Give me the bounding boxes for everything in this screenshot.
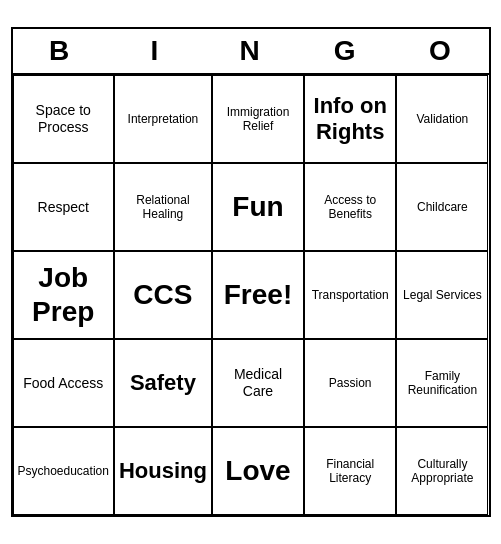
cell-text-4: Validation <box>416 112 468 126</box>
bingo-cell-1: Interpretation <box>114 75 212 163</box>
bingo-cell-13: Transportation <box>304 251 396 339</box>
bingo-cell-8: Access to Benefits <box>304 163 396 251</box>
bingo-cell-15: Food Access <box>13 339 114 427</box>
bingo-cell-16: Safety <box>114 339 212 427</box>
bingo-cell-23: Financial Literacy <box>304 427 396 515</box>
bingo-cell-4: Validation <box>396 75 488 163</box>
cell-text-3: Info on Rights <box>309 93 391 146</box>
bingo-cell-10: Job Prep <box>13 251 114 339</box>
bingo-header: BINGO <box>13 29 489 75</box>
cell-text-16: Safety <box>130 370 196 396</box>
bingo-cell-6: Relational Healing <box>114 163 212 251</box>
bingo-cell-3: Info on Rights <box>304 75 396 163</box>
cell-text-14: Legal Services <box>403 288 482 302</box>
cell-text-2: Immigration Relief <box>217 105 299 134</box>
header-letter-B: B <box>13 29 108 73</box>
header-letter-G: G <box>298 29 393 73</box>
bingo-cell-11: CCS <box>114 251 212 339</box>
cell-text-12: Free! <box>224 278 292 312</box>
cell-text-5: Respect <box>38 199 89 216</box>
cell-text-8: Access to Benefits <box>309 193 391 222</box>
cell-text-15: Food Access <box>23 375 103 392</box>
bingo-cell-12: Free! <box>212 251 304 339</box>
cell-text-10: Job Prep <box>18 261 109 328</box>
bingo-cell-20: Psychoeducation <box>13 427 114 515</box>
cell-text-21: Housing <box>119 458 207 484</box>
cell-text-19: Family Reunification <box>401 369 483 398</box>
bingo-cell-24: Culturally Appropriate <box>396 427 488 515</box>
header-letter-O: O <box>393 29 488 73</box>
bingo-cell-0: Space to Process <box>13 75 114 163</box>
bingo-cell-18: Passion <box>304 339 396 427</box>
cell-text-13: Transportation <box>312 288 389 302</box>
cell-text-11: CCS <box>133 278 192 312</box>
cell-text-22: Love <box>225 454 290 488</box>
cell-text-20: Psychoeducation <box>18 464 109 478</box>
bingo-cell-9: Childcare <box>396 163 488 251</box>
cell-text-24: Culturally Appropriate <box>401 457 483 486</box>
bingo-cell-22: Love <box>212 427 304 515</box>
bingo-cell-5: Respect <box>13 163 114 251</box>
bingo-grid: Space to ProcessInterpretationImmigratio… <box>13 75 489 515</box>
cell-text-7: Fun <box>232 190 283 224</box>
cell-text-17: Medical Care <box>217 366 299 400</box>
cell-text-6: Relational Healing <box>119 193 207 222</box>
bingo-cell-19: Family Reunification <box>396 339 488 427</box>
bingo-cell-14: Legal Services <box>396 251 488 339</box>
cell-text-1: Interpretation <box>128 112 199 126</box>
cell-text-18: Passion <box>329 376 372 390</box>
cell-text-23: Financial Literacy <box>309 457 391 486</box>
bingo-cell-21: Housing <box>114 427 212 515</box>
header-letter-N: N <box>203 29 298 73</box>
cell-text-0: Space to Process <box>18 102 109 136</box>
bingo-cell-17: Medical Care <box>212 339 304 427</box>
header-letter-I: I <box>108 29 203 73</box>
bingo-card: BINGO Space to ProcessInterpretationImmi… <box>11 27 491 517</box>
bingo-cell-2: Immigration Relief <box>212 75 304 163</box>
cell-text-9: Childcare <box>417 200 468 214</box>
bingo-cell-7: Fun <box>212 163 304 251</box>
